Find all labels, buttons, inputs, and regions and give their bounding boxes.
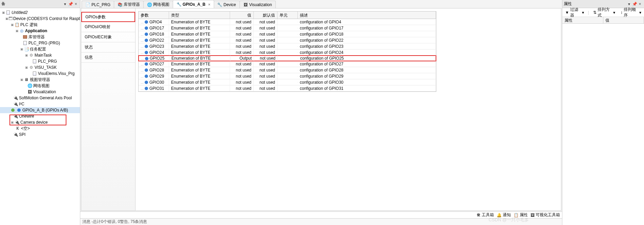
col-default[interactable]: 默认值: [254, 12, 277, 19]
tool-toolbox[interactable]: 🛠工具箱: [477, 212, 494, 218]
param-value[interactable]: not used: [230, 38, 254, 43]
param-row[interactable]: …GPIO23Enumeration of BYTEnot usednot us…: [139, 43, 436, 49]
param-value[interactable]: not used: [230, 32, 254, 37]
tree-device[interactable]: ▣🗔Device (CODESYS Control for Raspberry …: [0, 16, 80, 22]
param-row[interactable]: …GPIO27Enumeration of BYTEnot usednot us…: [139, 61, 436, 67]
tool-props[interactable]: 📋属性: [514, 212, 528, 218]
param-row[interactable]: …GPIO24Enumeration of BYTEnot usednot us…: [139, 49, 436, 56]
tree-plc-logic[interactable]: ▣📋PLC 逻辑: [0, 22, 80, 28]
tool-notify[interactable]: 🔔通知: [497, 212, 511, 218]
tree-gpios[interactable]: GPIOs_A_B (GPIOs A/B): [0, 107, 80, 113]
param-value[interactable]: not used: [230, 80, 254, 85]
tree-onewire[interactable]: 🔌Onewire: [0, 113, 80, 119]
close-icon[interactable]: ×: [73, 1, 79, 7]
props-icon: 📋: [514, 213, 519, 218]
param-desc: configuration of GPIO18: [298, 32, 436, 37]
param-desc: configuration of GPIO23: [298, 44, 436, 49]
tab-visualization[interactable]: 🖼Visualization: [240, 1, 276, 8]
tree-net-view[interactable]: 🌐网络视图: [0, 83, 80, 89]
param-value[interactable]: not used: [230, 67, 254, 73]
message-bar[interactable]: 消息 -总计0个错误, 0警告, 75条消息: [80, 218, 562, 225]
doc-icon: 📄: [85, 2, 90, 7]
sortorder-icon: ↕: [621, 10, 623, 15]
tab-close-icon[interactable]: ×: [208, 2, 210, 6]
tree-visu-task[interactable]: ▣⚙VISU_TASK: [0, 64, 80, 70]
tab-label: 网络视图: [153, 2, 169, 7]
side-tab-params[interactable]: GPIOs参数: [81, 12, 135, 22]
param-row[interactable]: …GPIO31Enumeration of BYTEnot usednot us…: [139, 85, 436, 91]
param-row[interactable]: …GPIO25Enumeration of BYTEOutputnot used…: [138, 55, 436, 61]
tree-root[interactable]: ▣Untitled2: [0, 9, 80, 16]
param-row[interactable]: …GPIO4Enumeration of BYTEnot usednot use…: [139, 19, 436, 25]
tree-maintask[interactable]: ▣⚙MainTask: [0, 52, 80, 58]
param-value[interactable]: not used: [230, 86, 254, 91]
tree-visualization[interactable]: 🖼Visualization: [0, 89, 80, 95]
tab-[interactable]: 📚库管理器: [114, 1, 144, 8]
param-row[interactable]: …GPIO22Enumeration of BYTEnot usednot us…: [139, 37, 436, 43]
tool-visu-toolbox[interactable]: 🖼可视化工具箱: [531, 212, 560, 218]
param-type: Enumeration of BYTE: [169, 25, 230, 31]
col-param[interactable]: 参数: [139, 12, 169, 19]
tree-application[interactable]: ▣◎Application: [0, 28, 80, 34]
tree-lib-mgr[interactable]: 库管理器: [0, 34, 80, 40]
param-value[interactable]: not used: [230, 61, 254, 67]
param-row[interactable]: …GPIO18Enumeration of BYTEnot usednot us…: [139, 31, 436, 37]
tree-task-cfg[interactable]: ▣📑任务配置: [0, 46, 80, 52]
param-name: GPIO31: [149, 86, 164, 91]
tab-[interactable]: 🌐网络视图: [143, 1, 173, 8]
tab-gpiosab[interactable]: 🔧GPIOs_A_B×: [173, 0, 214, 8]
dropdown-icon[interactable]: ▾: [62, 1, 68, 7]
tree-plc-prg[interactable]: PLC_PRG (PRG): [0, 40, 80, 46]
device-tree[interactable]: ▣Untitled2 ▣🗔Device (CODESYS Control for…: [0, 8, 80, 225]
param-value[interactable]: not used: [230, 19, 254, 25]
param-value[interactable]: not used: [230, 74, 254, 79]
pin-icon[interactable]: 📌: [68, 1, 73, 7]
param-name: GPIO29: [149, 74, 164, 79]
param-unit: [277, 28, 298, 28]
param-value[interactable]: Output: [230, 56, 254, 61]
tree-i2c[interactable]: 🔌I²C: [0, 101, 80, 107]
param-name: GPIO24: [149, 50, 164, 55]
prop-col-name[interactable]: 属性: [562, 17, 603, 23]
param-icon: [145, 51, 148, 54]
param-unit: [277, 76, 298, 77]
property-grid[interactable]: 属性 值: [562, 17, 644, 225]
param-type: Enumeration of BYTE: [169, 86, 230, 91]
side-tab-status[interactable]: 状态: [81, 42, 135, 53]
tab-device[interactable]: 🔧Device: [214, 1, 240, 8]
device-tree-panel: 备 ▾ 📌 × ▣Untitled2 ▣🗔Device (CODESYS Con…: [0, 0, 80, 225]
funnel-icon: ▼: [565, 10, 569, 15]
param-row[interactable]: …GPIO28Enumeration of BYTEnot usednot us…: [139, 67, 436, 73]
col-type[interactable]: 类型: [169, 12, 230, 19]
param-unit: [277, 88, 298, 89]
tree-plcprg-task[interactable]: PLC_PRG: [0, 58, 80, 64]
param-default: not used: [254, 56, 278, 61]
param-row[interactable]: …GPIO29Enumeration of BYTEnot usednot us…: [139, 73, 436, 79]
tree-softmotion[interactable]: 🔌SoftMotion General Axis Pool: [0, 95, 80, 101]
param-value[interactable]: not used: [230, 25, 254, 31]
tree-spi[interactable]: 🔌SPI: [0, 131, 80, 138]
param-desc: configuration of GPIO22: [298, 38, 436, 43]
tree-visu-mgr[interactable]: ▣🖥视图管理器: [0, 77, 80, 83]
side-tab-iecobj[interactable]: GPIOsIEC对象: [81, 32, 135, 42]
col-desc[interactable]: 描述: [298, 12, 436, 19]
prop-col-value[interactable]: 值: [603, 17, 644, 23]
tree-empty[interactable]: К<空>: [0, 125, 80, 131]
tab-plcprg[interactable]: 📄PLC_PRG: [82, 1, 114, 8]
toolbox-icon: 🛠: [477, 213, 481, 218]
col-value[interactable]: 值: [230, 12, 254, 19]
param-default: not used: [254, 25, 277, 31]
properties-panel: 属性 ▾ 📌 × ▼过滤器▾ | ⇅排列方式▾ ↕排列顺序▾ 属性 值: [562, 0, 644, 225]
param-row[interactable]: …GPIO17Enumeration of BYTEnot usednot us…: [139, 25, 436, 31]
col-unit[interactable]: 单元: [277, 12, 298, 19]
param-row[interactable]: …GPIO30Enumeration of BYTEnot usednot us…: [139, 79, 436, 85]
params-grid[interactable]: 参数 类型 值 默认值 单元 描述 …GPIO4Enumeration of B…: [138, 11, 436, 92]
side-tab-iomap[interactable]: GPIOsI/O映射: [81, 22, 135, 32]
param-value[interactable]: not used: [230, 44, 254, 49]
prop-grid-header: 属性 值: [562, 17, 644, 24]
tree-visu-elems[interactable]: VisuElems.Visu_Prg: [0, 70, 80, 77]
param-value[interactable]: not used: [230, 50, 254, 55]
tree-camera[interactable]: ▣🔌Camera device: [0, 119, 80, 125]
side-tab-info[interactable]: 信息: [81, 53, 135, 63]
tab-label: Device: [224, 2, 236, 7]
